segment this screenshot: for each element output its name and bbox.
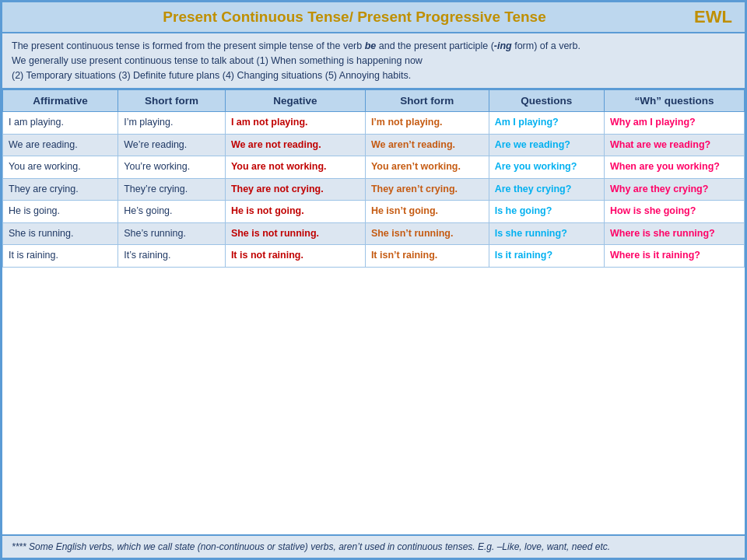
table-row: She is running.She’s running.She is not … [3, 222, 745, 245]
table-cell: We are not reading. [225, 134, 365, 156]
table-cell: They aren’t crying. [365, 178, 489, 201]
table-header-row: Affirmative Short form Negative Short fo… [3, 90, 745, 112]
grammar-table: Affirmative Short form Negative Short fo… [2, 89, 745, 268]
table-row: He is going.He’s going.He is not going.H… [3, 201, 745, 223]
footer-note: **** Some English verbs, which we call s… [2, 534, 745, 558]
header-wh: “Wh” questions [604, 90, 744, 112]
table-cell: What are we reading? [604, 134, 744, 156]
header-shortform1: Short form [118, 90, 226, 112]
table-cell: She is running. [3, 222, 118, 245]
table-cell: Is he going? [489, 201, 604, 223]
table-cell: You are working. [3, 156, 118, 179]
table-cell: How is she going? [604, 201, 744, 223]
table-cell: Is it raining? [489, 245, 604, 268]
table-cell: I am playing. [3, 112, 118, 135]
table-cell: He is not going. [225, 201, 365, 223]
table-cell: It isn’t raining. [365, 245, 489, 268]
table-cell: Why am I playing? [604, 112, 744, 135]
table-row: I am playing.I’m playing.I am not playin… [3, 112, 745, 135]
table-cell: We are reading. [3, 134, 118, 156]
table-cell: When are you working? [604, 156, 744, 179]
table-cell: She’s running. [118, 222, 226, 245]
table-cell: He isn’t going. [365, 201, 489, 223]
header-questions: Questions [489, 90, 604, 112]
table-cell: It is raining. [3, 245, 118, 268]
description-block: The present continuous tense is formed f… [2, 33, 745, 89]
desc-line1: The present continuous tense is formed f… [12, 39, 735, 54]
table-row: It is raining.It’s raining.It is not rai… [3, 245, 745, 268]
desc-line2: We generally use present continuous tens… [12, 54, 735, 68]
table-cell: Where is it raining? [604, 245, 744, 268]
table-cell: She is not running. [225, 222, 365, 245]
table-cell: Am I playing? [489, 112, 604, 135]
table-cell: It is not raining. [225, 245, 365, 268]
table-cell: You aren’t working. [365, 156, 489, 179]
desc-line3: (2) Temporary situations (3) Definite fu… [12, 68, 735, 83]
header-shortform2: Short form [365, 90, 489, 112]
table-cell: She isn’t running. [365, 222, 489, 245]
header-affirmative: Affirmative [3, 90, 118, 112]
header-negative: Negative [225, 90, 365, 112]
table-cell: We’re reading. [118, 134, 226, 156]
ewl-badge: EWL [694, 7, 732, 27]
table-cell: Why are they crying? [604, 178, 744, 201]
table-cell: I’m not playing. [365, 112, 489, 135]
main-container: Present Continuous Tense/ Present Progre… [0, 0, 747, 560]
table-cell: They are not crying. [225, 178, 365, 201]
table-cell: Are they crying? [489, 178, 604, 201]
table-cell: Are you working? [489, 156, 604, 179]
table-row: We are reading.We’re reading.We are not … [3, 134, 745, 156]
table-cell: You’re working. [118, 156, 226, 179]
table-cell: It’s raining. [118, 245, 226, 268]
table-cell: We aren’t reading. [365, 134, 489, 156]
title-bar: Present Continuous Tense/ Present Progre… [2, 2, 745, 33]
table-cell: I’m playing. [118, 112, 226, 135]
table-cell: They’re crying. [118, 178, 226, 201]
table-cell: He is going. [3, 201, 118, 223]
table-cell: They are crying. [3, 178, 118, 201]
table-cell: Are we reading? [489, 134, 604, 156]
table-cell: Is she running? [489, 222, 604, 245]
page-title: Present Continuous Tense/ Present Progre… [15, 9, 694, 26]
table-cell: You are not working. [225, 156, 365, 179]
table-cell: He’s going. [118, 201, 226, 223]
table-row: They are crying.They’re crying.They are … [3, 178, 745, 201]
table-cell: Where is she running? [604, 222, 744, 245]
table-row: You are working.You’re working.You are n… [3, 156, 745, 179]
table-cell: I am not playing. [225, 112, 365, 135]
table-container: Affirmative Short form Negative Short fo… [2, 89, 745, 534]
